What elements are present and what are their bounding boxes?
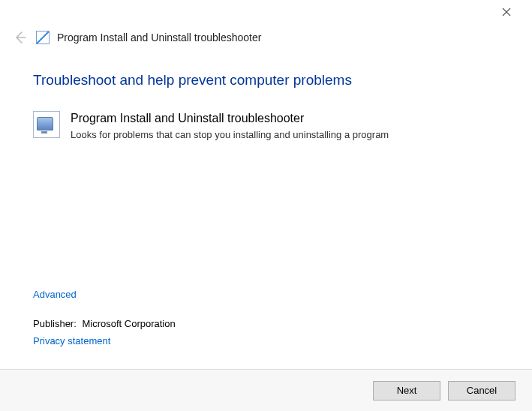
publisher-value: Microsoft Corporation [82,318,175,329]
next-button[interactable]: Next [373,381,440,400]
titlebar [0,0,532,24]
cancel-button[interactable]: Cancel [448,381,515,400]
troubleshooter-item: Program Install and Uninstall troublesho… [33,111,499,142]
close-icon [502,8,511,16]
header-row: Program Install and Uninstall troublesho… [0,24,532,54]
window-title: Program Install and Uninstall troublesho… [57,32,261,44]
publisher-line: Publisher: Microsoft Corporation [33,318,499,329]
publisher-label: Publisher: [33,318,77,329]
troubleshooter-header-icon [36,31,50,44]
content-area: Troubleshoot and help prevent computer p… [0,54,532,142]
privacy-link[interactable]: Privacy statement [33,335,110,346]
advanced-link[interactable]: Advanced [33,289,77,300]
back-button[interactable] [11,28,29,46]
arrow-left-icon [13,31,26,44]
troubleshooter-description: Looks for problems that can stop you ins… [71,128,389,142]
page-heading: Troubleshoot and help prevent computer p… [33,72,499,88]
monitor-icon [33,111,60,138]
troubleshooter-text: Program Install and Uninstall troublesho… [71,111,389,142]
lower-section: Advanced Publisher: Microsoft Corporatio… [33,289,499,346]
footer: Next Cancel [0,369,532,411]
close-button[interactable] [491,2,521,22]
troubleshooter-title: Program Install and Uninstall troublesho… [71,111,389,127]
